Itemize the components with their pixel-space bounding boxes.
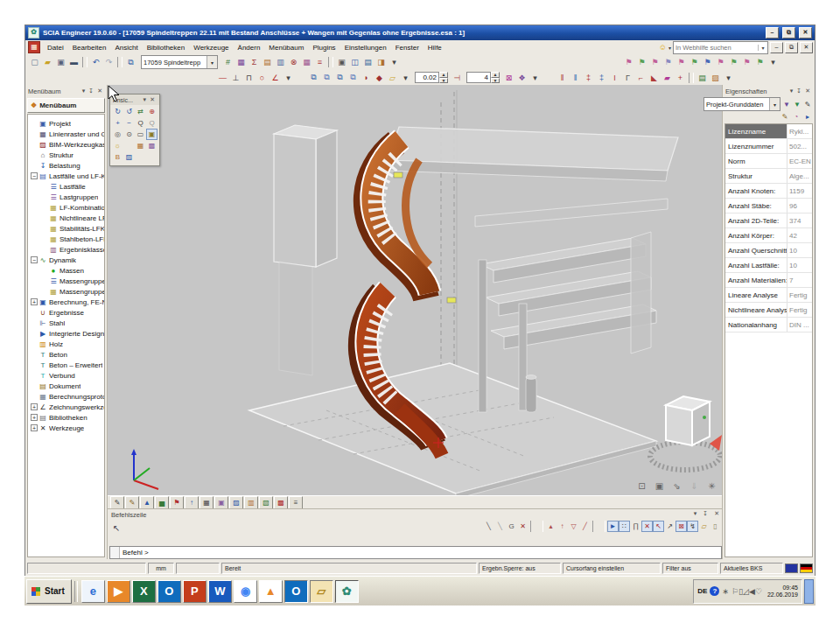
tree-expander-icon[interactable] xyxy=(31,130,38,137)
tree-expander-icon[interactable] xyxy=(31,393,38,400)
tree-expander-icon[interactable] xyxy=(41,235,48,242)
beam-check-icon[interactable]: ‖ xyxy=(556,72,569,84)
view-y-icon[interactable]: ⊙ xyxy=(123,129,135,140)
plate-icon[interactable]: ▰ xyxy=(661,72,674,84)
taskbar-scia-window[interactable]: ✿ xyxy=(335,580,359,603)
angle-tool-icon[interactable]: ∠ xyxy=(269,72,282,84)
separator[interactable] xyxy=(117,57,122,67)
minimize-button[interactable]: – xyxy=(766,27,779,38)
tree-item[interactable]: ↧ Belastung xyxy=(28,160,104,171)
separator[interactable] xyxy=(592,521,606,532)
volume-tray-icon[interactable]: ◀ xyxy=(749,587,755,596)
property-row[interactable]: Anzahl Knoten: 1159 xyxy=(725,184,812,199)
separator[interactable] xyxy=(530,521,543,532)
zoom-window-icon[interactable]: ⊕ xyxy=(146,106,158,117)
panel-pin-icon[interactable]: ↧ xyxy=(87,88,95,94)
tree-expander-icon[interactable] xyxy=(41,225,48,232)
rotate-icon[interactable]: ⧉ xyxy=(346,72,360,84)
edit-property-icon[interactable]: ✎ xyxy=(802,99,813,109)
tree-expander-icon[interactable] xyxy=(31,340,38,347)
arc-snap-icon[interactable]: ↯ xyxy=(687,521,698,532)
tree-expander-icon[interactable]: + xyxy=(31,424,38,431)
spin-down-icon[interactable]: ▼ xyxy=(491,78,500,84)
grid-step-icon[interactable]: ⊣ xyxy=(451,72,464,84)
view-x-icon[interactable]: ◎ xyxy=(112,129,123,140)
application-menu-icon[interactable]: ▦ xyxy=(28,41,40,53)
menu-item[interactable]: Fenster xyxy=(391,42,424,53)
align-icon[interactable]: + xyxy=(674,72,687,84)
tree-expander-icon[interactable] xyxy=(41,183,48,190)
circle-tool-icon[interactable]: ○ xyxy=(256,72,269,84)
model-3d-scene[interactable] xyxy=(108,85,724,495)
clip-plane-icon[interactable]: ▩ xyxy=(146,140,158,151)
tree-item[interactable]: ▦ Nichtlineare LF-Komb xyxy=(28,213,104,223)
view-dropdown-icon[interactable]: ▾ xyxy=(528,72,542,84)
zoom-selection-icon[interactable]: ⊠ xyxy=(502,72,515,84)
tree-item[interactable]: + ▤ Bibliotheken xyxy=(28,412,104,423)
panel-close-icon[interactable]: ✕ xyxy=(95,88,104,94)
result-lock-toggle[interactable]: Ergebn.Sperre: aus xyxy=(479,563,561,574)
panel-dropdown-icon[interactable]: ▾ xyxy=(80,88,88,94)
mesh-display-icon[interactable]: ▦ xyxy=(200,496,214,509)
ortho-snap-icon[interactable]: ⊠ xyxy=(676,521,687,532)
menu-item[interactable]: Ändern xyxy=(234,42,265,53)
new-document-icon[interactable]: ▢ xyxy=(28,56,41,68)
redo-icon[interactable]: ↷ xyxy=(102,56,116,68)
tree-item[interactable]: T Verbund xyxy=(28,370,104,381)
child-minimize-button[interactable]: – xyxy=(770,42,783,53)
connection-tray-icon[interactable]: ♡ xyxy=(755,587,762,596)
tree-item[interactable]: ☰ Massengruppen xyxy=(28,276,104,286)
erase-icon[interactable]: ⊗ xyxy=(287,56,300,68)
tree-item[interactable]: ⌂ Struktur xyxy=(28,150,104,160)
close-button[interactable]: ✕ xyxy=(799,27,812,38)
property-group-combobox[interactable]: Projekt-Grunddaten ▾ xyxy=(704,97,780,111)
mesh-setup-icon[interactable]: # xyxy=(221,56,234,68)
tree-item[interactable]: ▣ Projekt xyxy=(28,118,104,129)
zoom-previous-icon[interactable]: Q xyxy=(146,117,158,129)
tree-item[interactable]: ☰ Lastgruppen xyxy=(28,192,104,202)
loads-display-icon[interactable]: ↑ xyxy=(185,496,199,509)
child-restore-button[interactable]: ⧉ xyxy=(785,42,798,53)
display-flag-icon[interactable]: ⚑ xyxy=(727,56,740,68)
zoom-in-icon[interactable]: + xyxy=(112,117,123,129)
taskbar-ie-icon[interactable]: e xyxy=(81,580,105,603)
line-grid-snap-icon[interactable]: ∏ xyxy=(630,521,641,532)
project-manager-icon[interactable]: ⧉ xyxy=(124,56,137,68)
menu-item[interactable]: Bibliotheken xyxy=(143,42,190,53)
menu-item[interactable]: Menübaum xyxy=(264,42,308,53)
display-flag-icon[interactable]: ⚑ xyxy=(714,56,727,68)
separator[interactable] xyxy=(689,73,694,83)
clipboard-icon[interactable]: ▥ xyxy=(274,56,287,68)
command-input[interactable]: Befehl > xyxy=(109,546,722,559)
tree-item[interactable]: − ∿ Dynamik xyxy=(28,255,104,265)
tree-expander-icon[interactable] xyxy=(41,277,48,284)
tree-item[interactable]: ▤ Dokument xyxy=(28,381,104,391)
grid-count-spinner[interactable]: 4 ▲▼ xyxy=(466,72,500,83)
bolt-icon[interactable]: ‡ xyxy=(595,72,608,84)
property-combo-dropdown-icon[interactable]: ▾ xyxy=(769,98,780,110)
property-row[interactable]: Anzahl Körper: 42 xyxy=(725,228,812,243)
tree-item[interactable]: − ▤ Lastfälle und LF-Kombin xyxy=(28,171,104,181)
taskbar-chrome-icon[interactable]: ◉ xyxy=(234,580,257,603)
properties-close-icon[interactable]: ✕ xyxy=(803,88,812,94)
intersection-snap-icon[interactable]: ✕ xyxy=(641,521,653,532)
line-snap-icon[interactable]: ╲ xyxy=(483,521,494,532)
tree-item[interactable]: ● Massen xyxy=(28,265,104,276)
display-flag-icon[interactable]: ⚑ xyxy=(622,56,635,68)
child-close-button[interactable]: ✕ xyxy=(800,42,813,53)
view-gear-icon[interactable]: ✳ xyxy=(705,480,718,492)
feedback-smiley-icon[interactable]: ☺ xyxy=(659,43,667,52)
property-row[interactable]: Norm EC-EN xyxy=(725,154,812,169)
restore-button[interactable]: ⧉ xyxy=(782,27,795,38)
steel-check-icon[interactable]: ‖ xyxy=(569,72,582,84)
menu-item[interactable]: Einstellungen xyxy=(340,42,391,53)
view-panel-close-icon[interactable]: ✕ xyxy=(148,96,157,103)
tree-expander-icon[interactable] xyxy=(31,309,38,316)
tree-expander-icon[interactable] xyxy=(31,372,38,379)
tree-item[interactable]: ▦ Stahlbeton-LFK xyxy=(28,234,104,244)
haunch-icon[interactable]: ◣ xyxy=(648,72,661,84)
multicopy-icon[interactable]: ⧉ xyxy=(320,72,333,84)
property-row[interactable]: Anzahl Materialien: 7 xyxy=(725,273,812,288)
cursor-select-icon[interactable]: ► xyxy=(607,521,619,532)
cursor-snap-button[interactable]: Cursorfang einstellen xyxy=(563,563,661,574)
